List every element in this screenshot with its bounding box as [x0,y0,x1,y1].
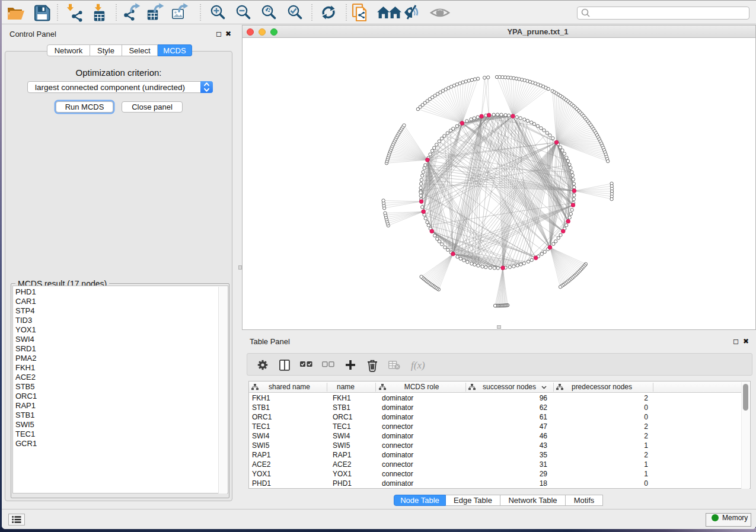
svg-text:f(x): f(x) [411,360,425,371]
